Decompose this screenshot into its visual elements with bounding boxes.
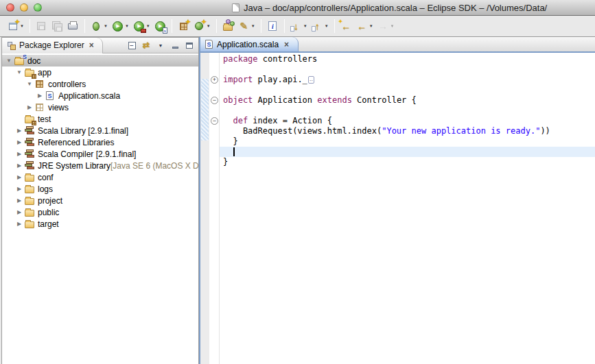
disclosure-collapsed-icon[interactable]: ▶	[15, 174, 23, 180]
disclosure-collapsed-icon[interactable]: ▶	[15, 209, 23, 215]
tree-item-scala-compiler-2.9.1.final-[interactable]: ▶Scala Compiler [2.9.1.final]	[2, 148, 198, 160]
tree-item-label: Referenced Libraries	[38, 138, 114, 147]
new-wizard-dropdown-arrow[interactable]: ▼	[20, 24, 24, 28]
minimize-window-button[interactable]	[20, 3, 28, 12]
tree-item-public[interactable]: ▶public	[2, 206, 198, 218]
view-menu-icon[interactable]: ▼	[156, 40, 165, 50]
disclosure-collapsed-icon[interactable]: ▶	[15, 162, 23, 169]
code-line[interactable]: object Application extends Controller {	[220, 95, 595, 106]
code-token: BadRequest(views.html.index(	[223, 126, 382, 136]
run-external-tools-button[interactable]: ▶▼	[131, 18, 152, 35]
run-dropdown-arrow[interactable]: ▼	[125, 24, 129, 28]
code-line[interactable]: }	[220, 157, 595, 167]
tree-item-decoration: [Java SE 6 (MacOS X Def	[110, 161, 198, 171]
disclosure-collapsed-icon[interactable]: ▶	[15, 221, 23, 227]
zoom-window-button[interactable]	[34, 3, 42, 12]
new-java-package-icon: ✦	[178, 21, 189, 32]
close-icon[interactable]: ×	[284, 40, 289, 49]
previous-annotation-dropdown-arrow[interactable]: ▼	[325, 24, 329, 28]
debug-button[interactable]: ▼	[89, 18, 110, 35]
maximize-icon[interactable]	[185, 40, 194, 50]
disclosure-collapsed-icon[interactable]: ▶	[15, 128, 23, 134]
disclosure-expanded-icon[interactable]: ▼	[25, 81, 34, 87]
tree-item-controllers[interactable]: ▼controllers	[2, 78, 198, 90]
code-line-current[interactable]	[220, 147, 595, 157]
disclosure-collapsed-icon[interactable]: ▶	[15, 139, 23, 145]
disclosure-collapsed-icon[interactable]: ▶	[36, 93, 44, 99]
next-annotation-icon: ↓	[290, 21, 302, 32]
close-icon[interactable]: ×	[89, 40, 94, 50]
back-dropdown-arrow[interactable]: ▼	[369, 24, 373, 28]
back-button[interactable]: ←▼	[354, 18, 375, 35]
tree-item-scala-library-2.9.1.final-[interactable]: ▶Scala Library [2.9.1.final]	[2, 125, 198, 136]
mark-occurrences-dropdown-arrow[interactable]: ▼	[251, 24, 255, 28]
close-window-button[interactable]	[6, 3, 14, 12]
tree-item-conf[interactable]: ▶conf	[2, 171, 198, 183]
library-icon	[23, 125, 35, 136]
code-line[interactable]	[220, 106, 595, 116]
collapse-all-icon[interactable]: −	[127, 40, 137, 50]
folder-icon	[23, 207, 35, 217]
disclosure-collapsed-icon[interactable]: ▶	[25, 104, 34, 110]
open-type-button[interactable]	[220, 18, 236, 35]
code-line[interactable]: def index = Action {	[220, 116, 595, 126]
run-external-tools-dropdown-arrow[interactable]: ▼	[146, 24, 150, 28]
debug-dropdown-arrow[interactable]: ▼	[104, 24, 108, 28]
tree-item-project[interactable]: ▶project	[2, 195, 198, 206]
last-edit-location-button[interactable]: ✦←	[338, 18, 354, 35]
tree-item-referenced-libraries[interactable]: ▶Referenced Libraries	[2, 136, 198, 148]
code-line[interactable]	[220, 64, 595, 75]
disclosure-collapsed-icon[interactable]: ▶	[15, 186, 23, 192]
mark-occurrences-button[interactable]: ✎▼	[236, 18, 257, 35]
code-editor[interactable]: +−− package controllersimport play.api._…	[200, 53, 595, 364]
tree-item-logs[interactable]: ▶logs	[2, 183, 198, 195]
tree-item-jre-system-library[interactable]: ▶JRE System Library [Java SE 6 (MacOS X …	[2, 160, 198, 171]
previous-annotation-button[interactable]: ↑▼	[310, 18, 331, 35]
new-class-dropdown-arrow[interactable]: ▼	[207, 24, 211, 28]
print-button[interactable]	[65, 18, 81, 35]
library-icon	[23, 160, 35, 171]
tree-item-target[interactable]: ▶target	[2, 218, 198, 230]
fold-collapse-icon[interactable]: −	[211, 97, 218, 104]
new-wizard-button[interactable]: ✦▼	[5, 18, 26, 35]
tab-package-explorer[interactable]: Package Explorer ×	[2, 38, 103, 53]
show-javadoc-button[interactable]: i	[265, 18, 281, 35]
disclosure-collapsed-icon[interactable]: ▶	[15, 197, 23, 204]
link-with-editor-icon[interactable]: ⇄	[141, 40, 151, 50]
collapsed-code-icon[interactable]	[308, 76, 314, 84]
run-configuration-button[interactable]: ▶s	[152, 18, 168, 35]
tab-application-scala[interactable]: S Application.scala ×	[200, 37, 299, 51]
code-line[interactable]: BadRequest(views.html.index("Your new ap…	[220, 126, 595, 136]
tree-item-test[interactable]: test	[2, 113, 198, 125]
code-token: object	[223, 95, 253, 105]
code-area[interactable]: package controllersimport play.api._obje…	[220, 53, 595, 364]
tree-item-label: target	[38, 219, 59, 229]
print-icon	[67, 21, 79, 32]
new-class-button[interactable]: ✦▼	[191, 18, 213, 35]
run-button[interactable]: ▶▼	[110, 18, 131, 35]
code-line[interactable]: }	[220, 136, 595, 147]
code-line[interactable]	[220, 85, 595, 95]
save-all-icon	[51, 21, 63, 32]
fold-expand-icon[interactable]: +	[211, 76, 218, 84]
tree-item-application.scala[interactable]: ▶SApplication.scala	[2, 90, 198, 101]
toolbar-separator	[261, 19, 261, 33]
tree-item-doc[interactable]: ▼Sdoc	[2, 55, 198, 66]
next-annotation-button[interactable]: ↓▼	[288, 18, 310, 35]
toolbar-separator	[216, 19, 217, 33]
disclosure-expanded-icon[interactable]: ▼	[15, 69, 23, 75]
code-token: play.api._	[253, 75, 307, 84]
range-indicator	[201, 79, 209, 141]
tree-item-label: doc	[27, 56, 40, 66]
next-annotation-dropdown-arrow[interactable]: ▼	[303, 24, 307, 28]
disclosure-expanded-icon[interactable]: ▼	[5, 58, 13, 64]
disclosure-collapsed-icon[interactable]: ▶	[15, 151, 23, 157]
new-java-package-button[interactable]: ✦	[176, 18, 191, 35]
minimize-icon[interactable]	[170, 40, 180, 50]
tree-item-app[interactable]: ▼app	[2, 66, 198, 78]
code-line[interactable]: import play.api._	[220, 75, 595, 85]
tree-item-label: Scala Library [2.9.1.final]	[38, 126, 128, 136]
tree-item-views[interactable]: ▶views	[2, 101, 198, 113]
code-line[interactable]: package controllers	[220, 54, 595, 64]
fold-collapse-icon[interactable]: −	[211, 117, 218, 125]
